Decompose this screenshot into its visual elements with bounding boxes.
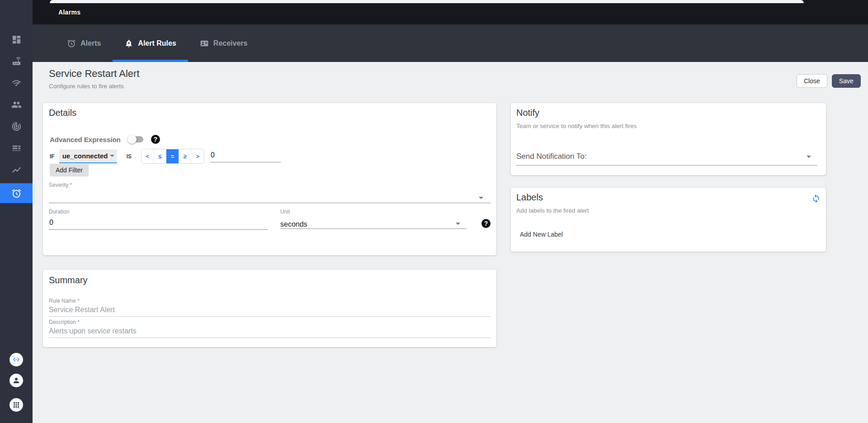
router-icon <box>11 56 22 67</box>
operator-group: < ≤ = ≥ > <box>141 149 204 164</box>
tab-label: Receivers <box>213 39 248 48</box>
severity-label: Severity * <box>49 182 72 188</box>
dashboard-icon <box>11 34 22 45</box>
duration-input[interactable] <box>49 218 268 230</box>
sidebar-item-users[interactable] <box>0 95 33 114</box>
sync-icon[interactable] <box>811 194 821 203</box>
sidebar-item-devices[interactable] <box>0 51 33 71</box>
advanced-expression-label: Advanced Expression <box>50 136 121 143</box>
rows-icon <box>11 143 22 153</box>
summary-card: Summary Rule Name * Service Restart Aler… <box>43 270 496 347</box>
page-header: Service Restart Alert Configure rules to… <box>49 68 140 90</box>
condition-row: IF ue_connected IS < ≤ = ≥ > <box>50 149 281 164</box>
labels-heading: Labels <box>516 192 543 203</box>
rule-name-value: Service Restart Alert <box>49 306 115 314</box>
operator-gte[interactable]: ≥ <box>179 149 192 163</box>
is-label: IS <box>127 153 132 160</box>
operator-gt[interactable]: > <box>191 149 204 163</box>
network-check-icon <box>11 78 22 88</box>
help-icon[interactable]: ? <box>151 135 160 144</box>
notify-heading: Notify <box>516 108 539 118</box>
help-icon[interactable]: ? <box>481 219 491 228</box>
description-label: Description * <box>49 319 80 325</box>
operator-lt[interactable]: < <box>142 149 154 163</box>
add-new-label-button[interactable]: Add New Label <box>516 228 566 241</box>
alarm-clock-icon <box>67 39 76 48</box>
app-root: Alarms Alerts Alert Rules <box>0 0 868 423</box>
rule-name-field[interactable]: Service Restart Alert <box>49 306 491 317</box>
advanced-expression-row: Advanced Expression ? <box>50 135 160 144</box>
apps-button[interactable] <box>9 398 23 412</box>
add-filter-button[interactable]: Add Filter <box>50 164 89 176</box>
close-button[interactable]: Close <box>797 74 827 88</box>
save-button[interactable]: Save <box>832 74 861 88</box>
description-value: Alerts upon service restarts <box>49 327 137 335</box>
tab-label: Alerts <box>80 39 101 48</box>
code-icon <box>12 356 20 364</box>
bell-plus-icon <box>124 39 133 48</box>
sidebar-item-alarms[interactable] <box>0 183 33 203</box>
operator-eq[interactable]: = <box>166 149 179 163</box>
send-notification-select[interactable]: Send Notification To: <box>516 152 817 166</box>
duration-label: Duration <box>49 209 69 215</box>
trend-chart-icon <box>11 165 22 175</box>
alarm-icon <box>11 188 22 199</box>
send-notification-label: Send Notification To: <box>516 152 587 161</box>
tab-alert-rules[interactable]: Alert Rules <box>113 24 188 62</box>
metric-select[interactable]: ue_connected <box>59 149 117 163</box>
if-label: IF <box>50 153 55 160</box>
page-title: Service Restart Alert <box>49 68 140 80</box>
labels-subtitle: Add labels to the fired alert <box>516 207 589 214</box>
notify-card: Notify Team or service to notify when th… <box>511 103 826 175</box>
chevron-down-icon <box>479 197 483 199</box>
description-field[interactable]: Alerts upon service restarts <box>49 327 491 338</box>
sidebar-item-analytics[interactable] <box>0 160 33 180</box>
code-button[interactable] <box>9 353 23 366</box>
details-heading: Details <box>49 108 76 118</box>
sidebar-item-coverage[interactable] <box>0 116 33 136</box>
rule-name-label: Rule Name * <box>49 298 80 304</box>
notify-subtitle: Team or service to notify when this aler… <box>516 123 637 129</box>
labels-card: Labels Add labels to the fired alert Add… <box>511 188 826 252</box>
sidebar-item-dashboard[interactable] <box>0 29 33 49</box>
advanced-expression-toggle[interactable] <box>128 136 143 143</box>
header-actions: Close Save <box>797 74 861 88</box>
sidebar-item-records[interactable] <box>0 138 33 158</box>
tab-alerts[interactable]: Alerts <box>55 24 113 62</box>
summary-heading: Summary <box>49 275 88 285</box>
operator-lte[interactable]: ≤ <box>154 149 167 163</box>
chevron-down-icon <box>807 156 811 158</box>
sidebar <box>0 0 33 423</box>
toggle-knob <box>127 135 137 144</box>
track-changes-icon <box>11 121 22 132</box>
unit-label: Unit <box>280 209 290 215</box>
metric-value: ue_connected <box>62 152 108 160</box>
page-subtitle: Configure rules to fire alerts <box>49 83 140 90</box>
window-edge-artifact <box>50 0 804 3</box>
apps-grid-icon <box>12 401 20 409</box>
app-topbar: Alarms <box>33 0 868 24</box>
severity-select[interactable] <box>49 192 491 203</box>
users-icon <box>11 100 22 110</box>
account-button[interactable] <box>9 374 23 387</box>
tab-receivers[interactable]: Receivers <box>188 24 259 62</box>
account-icon <box>12 376 20 385</box>
topbar-title: Alarms <box>58 9 80 16</box>
tab-label: Alert Rules <box>138 39 176 48</box>
sidebar-item-network[interactable] <box>0 73 33 93</box>
contact-card-icon <box>200 39 209 48</box>
unit-select[interactable]: seconds <box>280 218 467 229</box>
tab-bar: Alerts Alert Rules Receivers <box>33 24 868 62</box>
chevron-down-icon <box>456 223 460 225</box>
unit-value: seconds <box>280 220 307 228</box>
threshold-input[interactable] <box>210 150 281 162</box>
chevron-down-icon <box>110 155 114 157</box>
details-card: Details Advanced Expression ? IF ue_conn… <box>43 103 496 255</box>
